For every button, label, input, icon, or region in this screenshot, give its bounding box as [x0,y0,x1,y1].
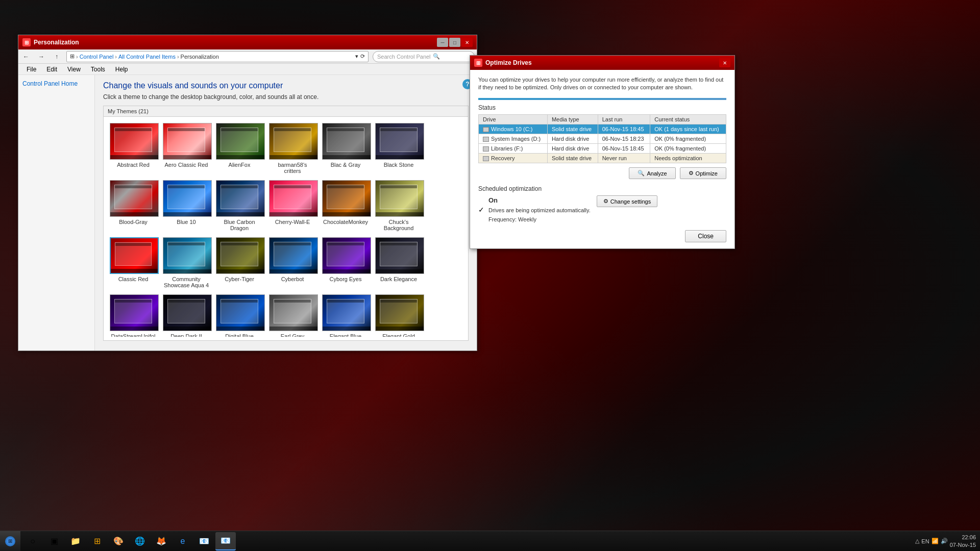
taskbar-clock: 22:06 [950,534,976,541]
theme-item-blue-carbon-dragon[interactable]: Blue Carbon Dragon [214,178,265,233]
theme-item-barman58's-critters[interactable]: barman58's critters [267,121,318,176]
address-bar[interactable]: ⊞ › Control Panel › All Control Panel It… [66,51,369,62]
forward-button[interactable]: → [36,52,47,62]
personalization-maximize-button[interactable]: □ [449,38,460,47]
drive-icon [483,137,489,142]
preview-taskbar-decor [216,155,264,159]
theme-item-community-showcase-aqua-4[interactable]: Community Showcase Aqua 4 [161,235,212,290]
theme-item-blac-&-gray[interactable]: Blac & Gray [320,121,371,176]
taskbar-app-store[interactable]: ⊞ [87,532,107,550]
preview-titlebar-decor [274,185,311,188]
main-subtitle: Click a theme to change the desktop back… [103,93,469,101]
theme-preview [269,294,318,331]
theme-item-alienfox[interactable]: AlienFox [214,121,265,176]
theme-item-black-stone[interactable]: Black Stone [373,121,424,176]
menu-help[interactable]: Help [111,65,132,74]
theme-item-cherry-wall-e[interactable]: Cherry-Wall-E [267,178,318,233]
theme-item-cyborg-eyes[interactable]: Cyborg Eyes [320,235,371,290]
theme-item-blood-gray[interactable]: Blood-Gray [108,178,159,233]
theme-preview [375,294,424,331]
address-dropdown-icon[interactable]: ▾ [355,53,358,60]
preview-window-decor [167,299,205,323]
preview-taskbar-decor [163,269,211,273]
theme-preview-inner [376,123,424,159]
theme-preview [216,237,265,274]
analyze-button[interactable]: 🔍 Analyze [629,167,675,179]
preview-titlebar-decor [327,185,364,188]
theme-item-abstract-red[interactable]: Abstract Red [108,121,159,176]
sidebar-control-panel-home[interactable]: Control Panel Home [22,79,90,88]
theme-item-chocolatemonkey[interactable]: ChocolateMonkey [320,178,371,233]
preview-window-decor [220,299,258,323]
menu-bar: File Edit View Tools Help [18,64,477,75]
change-settings-button[interactable]: ⚙ Change settings [597,195,658,207]
up-button[interactable]: ↑ [51,52,62,62]
taskbar-app-explorer[interactable]: 📁 [65,532,86,550]
taskbar-right: △ EN 📶 🔊 22:06 07-Nov-15 [911,534,980,548]
preview-titlebar-decor [115,299,152,303]
theme-item-elegant-blue[interactable]: Elegant Blue [320,292,371,337]
optimize-status-label: Status [478,104,726,111]
theme-item-cyberbot[interactable]: Cyberbot [267,235,318,290]
optimize-button[interactable]: ⚙ Optimize [680,167,726,179]
optimize-titlebar[interactable]: ⊞ Optimize Drives ✕ [470,56,734,70]
theme-preview-inner [110,123,158,159]
theme-item-earl-grey[interactable]: Earl Grey [267,292,318,337]
theme-preview [322,294,371,331]
preview-titlebar-decor [274,128,311,131]
themes-grid[interactable]: Abstract Red Aero Classic Red AlienFox b… [104,117,468,337]
taskbar-app-search[interactable]: ○ [22,532,43,550]
menu-tools[interactable]: Tools [87,65,109,74]
drive-row[interactable]: Recovery Solid state drive Never run Nee… [479,154,726,163]
preview-window-decor [327,185,364,209]
drive-row[interactable]: Windows 10 (C:) Solid state drive 06-Nov… [479,124,726,134]
optimize-close-button[interactable]: ✕ [719,58,730,67]
preview-taskbar-decor [216,212,264,216]
taskbar-app-ie[interactable]: e [173,532,193,550]
address-control-panel[interactable]: Control Panel [80,54,114,60]
taskbar-app-chrome[interactable]: 🌐 [130,532,150,550]
preview-window-decor [380,242,418,266]
search-box[interactable]: Search Control Panel 🔍 [373,51,475,62]
theme-item-chuck's-background[interactable]: Chuck's Background [373,178,424,233]
address-all-items[interactable]: All Control Panel Items [118,54,176,60]
theme-name: Chuck's Background [375,219,422,231]
preview-window-decor [220,185,258,209]
theme-item-datastreamunifold[interactable]: DataStreamUnifold [108,292,159,337]
theme-item-digital-blue[interactable]: Digital Blue [214,292,265,337]
taskbar-app-active[interactable]: 📧 [215,532,236,550]
taskbar-notification-icon: △ [915,538,919,544]
drive-row[interactable]: Libraries (F:) Hard disk drive 06-Nov-15… [479,143,726,153]
theme-item-deep-dark-ii[interactable]: Deep Dark II [161,292,212,337]
menu-edit[interactable]: Edit [42,65,61,74]
preview-taskbar-decor [376,269,424,273]
menu-file[interactable]: File [22,65,40,74]
taskbar-app-1[interactable]: 📧 [194,532,214,550]
drive-row[interactable]: System Images (D:) Hard disk drive 06-No… [479,134,726,143]
taskbar-app-photos[interactable]: 🎨 [108,532,129,550]
theme-item-cyber-tiger[interactable]: Cyber-Tiger [214,235,265,290]
theme-item-elegant-gold[interactable]: Elegant Gold [373,292,424,337]
address-refresh-icon[interactable]: ⟳ [360,53,365,60]
theme-item-classic-red[interactable]: Classic Red [108,235,159,290]
theme-preview-inner [376,295,424,331]
theme-item-blue-10[interactable]: Blue 10 [161,178,212,233]
change-settings-label: Change settings [610,198,651,205]
preview-titlebar-decor [168,242,205,245]
back-button[interactable]: ← [20,52,32,62]
personalization-titlebar[interactable]: ⊞ Personalization ─ □ ✕ [18,35,477,49]
theme-item-dark-elegance[interactable]: Dark Elegance [373,235,424,290]
preview-taskbar-decor [216,327,264,331]
optimize-drives-table: Drive Media type Last run Current status… [478,114,726,163]
theme-item-aero-classic-red[interactable]: Aero Classic Red [161,121,212,176]
personalization-minimize-button[interactable]: ─ [437,38,448,47]
theme-preview-inner [270,123,317,159]
start-button[interactable]: ⊞ [0,531,20,552]
personalization-close-button[interactable]: ✕ [461,38,473,47]
taskbar-app-taskview[interactable]: ▣ [44,532,64,550]
menu-view[interactable]: View [63,65,85,74]
drives-close-button[interactable]: Close [685,230,726,242]
theme-name: Black Stone [375,162,422,168]
col-media-type: Media type [547,114,598,124]
taskbar-app-firefox[interactable]: 🦊 [151,532,172,550]
